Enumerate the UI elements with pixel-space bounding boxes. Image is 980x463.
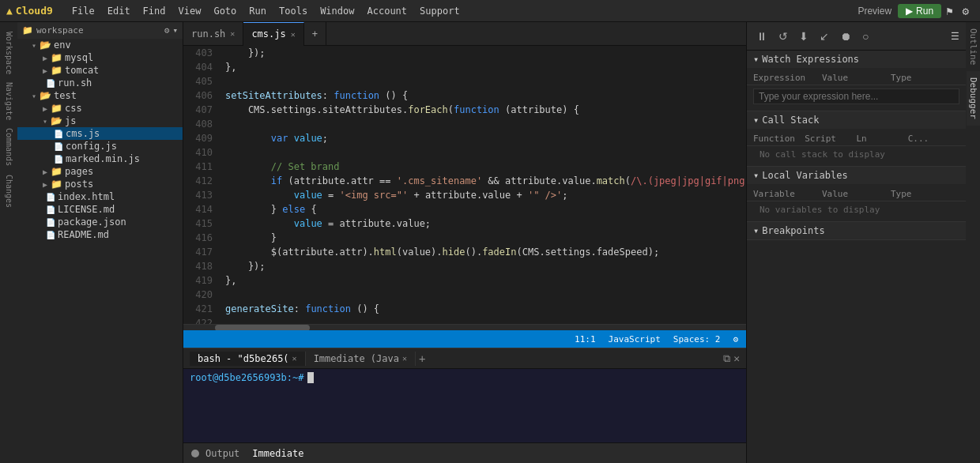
- bash-tab-label: bash - "d5be265(: [198, 353, 289, 364]
- menu-tools[interactable]: Tools: [273, 4, 314, 18]
- settings-icon[interactable]: ⚙: [958, 3, 974, 19]
- code-line-412: if (attribute.attr == '.cms_sitename' &&…: [225, 174, 740, 188]
- outline-side-label[interactable]: Outline: [967, 22, 980, 71]
- changes-label[interactable]: Changes: [3, 171, 15, 211]
- editor-settings-icon[interactable]: ⚙: [733, 334, 738, 344]
- panel-menu-icon[interactable]: ☰: [951, 31, 959, 42]
- watch-chevron-icon: ▾: [753, 54, 759, 65]
- watch-expression-input[interactable]: [753, 88, 959, 104]
- code-line-419: },: [225, 273, 740, 288]
- tree-item-readme[interactable]: 📄 README.md: [17, 228, 183, 241]
- code-line-411: // Set brand: [225, 160, 740, 174]
- new-tab-button[interactable]: +: [304, 22, 326, 46]
- terminal-tab-immediate[interactable]: Immediate (Java ✕: [306, 352, 416, 366]
- terminal-content[interactable]: root@d5be2656993b:~#: [183, 369, 746, 442]
- menu-view[interactable]: View: [172, 4, 208, 18]
- tab-runsh-close[interactable]: ✕: [230, 29, 235, 38]
- file-readme-icon: 📄: [46, 231, 55, 239]
- commands-label[interactable]: Commands: [3, 125, 15, 169]
- menu-file[interactable]: File: [66, 4, 101, 18]
- breakpoints-title: Breakpoints: [762, 225, 824, 236]
- tree-item-run-sh[interactable]: 📄 run.sh: [17, 77, 183, 89]
- local-variables-header[interactable]: ▾ Local Variables: [747, 167, 966, 184]
- tree-item-js[interactable]: ▾ 📂 js: [17, 115, 183, 127]
- status-bar: 11:1 JavaScript Spaces: 2 ⚙: [183, 330, 746, 348]
- folder-js-icon: 📂: [51, 115, 62, 126]
- preview-button[interactable]: Preview: [851, 4, 898, 18]
- tree-label-css: css: [65, 103, 82, 114]
- tree-settings-icon[interactable]: ⚙: [164, 25, 170, 36]
- menu-goto[interactable]: Goto: [207, 4, 243, 18]
- menu-account[interactable]: Account: [361, 4, 414, 18]
- tabs-bar: run.sh ✕ cms.js ✕ +: [183, 22, 746, 46]
- code-line-417: $(attribute.attr).html(value).hide().fad…: [225, 245, 740, 259]
- local-variables-content: Variable Value Type No variables to disp…: [747, 184, 966, 221]
- code-editor[interactable]: 403404405406407 408409410411412 41341441…: [183, 46, 746, 324]
- tab-cmsjs-close[interactable]: ✕: [291, 30, 296, 39]
- tree-item-css[interactable]: ▶ 📁 css: [17, 102, 183, 115]
- watch-expressions-header[interactable]: ▾ Watch Expressions: [747, 51, 966, 68]
- arrow-test: ▾: [32, 92, 40, 100]
- code-line-403: });: [225, 46, 740, 60]
- code-content[interactable]: }); }, setSiteAttributes: function () { …: [219, 46, 746, 324]
- tree-item-mysql[interactable]: ▶ 📁 mysql: [17, 51, 183, 64]
- tab-run-sh[interactable]: run.sh ✕: [183, 22, 243, 46]
- notification-icon[interactable]: ⚑: [941, 3, 957, 19]
- tree-item-license[interactable]: 📄 LICENSE.md: [17, 203, 183, 216]
- tree-label-package-json: package.json: [58, 216, 126, 228]
- resume-button[interactable]: ↺: [775, 28, 791, 44]
- terminal-close-icon[interactable]: ✕: [733, 352, 740, 365]
- tree-item-index-html[interactable]: 📄 index.html: [17, 190, 183, 203]
- tab-cms-js[interactable]: cms.js ✕: [243, 22, 303, 46]
- right-side-panel: Outline Debugger: [966, 22, 980, 463]
- tree-item-package-json[interactable]: 📄 package.json: [17, 216, 183, 228]
- folder-env-icon: 📂: [40, 40, 51, 51]
- code-line-407: CMS.settings.siteAttributes.forEach(func…: [225, 103, 740, 117]
- tree-chevron-icon[interactable]: ▾: [172, 25, 178, 36]
- tree-label-license: LICENSE.md: [58, 204, 115, 215]
- tree-item-config-js[interactable]: 📄 config.js: [17, 140, 183, 152]
- immediate-tab-close[interactable]: ✕: [402, 354, 407, 363]
- menu-run[interactable]: Run: [243, 4, 273, 18]
- tree-item-tomcat[interactable]: ▶ 📁 tomcat: [17, 64, 183, 77]
- tree-label-js: js: [65, 115, 76, 126]
- editor-area: run.sh ✕ cms.js ✕ + 403404405406407 4084…: [183, 22, 746, 463]
- tree-item-posts[interactable]: ▶ 📁 posts: [17, 178, 183, 190]
- tree-item-test[interactable]: ▾ 📂 test: [17, 89, 183, 102]
- step-into-button[interactable]: ↙: [816, 28, 832, 44]
- stop-button[interactable]: ⏺: [837, 28, 854, 44]
- pause-button[interactable]: ⏸: [753, 28, 771, 44]
- menu-edit[interactable]: Edit: [101, 4, 137, 18]
- step-over-button[interactable]: ⬇: [796, 28, 812, 44]
- code-line-421: generateSite: function () {: [225, 302, 740, 316]
- menu-support[interactable]: Support: [413, 4, 466, 18]
- tree-item-cms-js[interactable]: 📄 cms.js: [17, 127, 183, 140]
- folder-pages-icon: 📁: [51, 166, 62, 177]
- debugger-side-label[interactable]: Debugger: [967, 71, 980, 126]
- deactivate-button[interactable]: ○: [859, 28, 872, 44]
- editor-scrollbar-h[interactable]: [183, 324, 746, 330]
- workspace-label[interactable]: Workspace: [3, 28, 15, 77]
- navigate-label[interactable]: Navigate: [3, 79, 15, 123]
- bash-tab-close[interactable]: ✕: [292, 354, 297, 363]
- code-line-422: [225, 316, 740, 324]
- terminal-copy-icon[interactable]: ⧉: [723, 352, 730, 365]
- call-stack-header[interactable]: ▾ Call Stack: [747, 111, 966, 129]
- terminal-tab-bash[interactable]: bash - "d5be265( ✕: [190, 352, 306, 366]
- menu-window[interactable]: Window: [314, 4, 360, 18]
- file-tree: 📁 workspace ⚙ ▾ ▾ 📂 env ▶ 📁 mysql ▶ 📁 to…: [17, 22, 183, 463]
- tree-item-env[interactable]: ▾ 📂 env: [17, 39, 183, 51]
- code-line-404: },: [225, 60, 740, 74]
- tree-item-marked-js[interactable]: 📄 marked.min.js: [17, 152, 183, 165]
- output-tab[interactable]: Output: [205, 448, 239, 459]
- watch-expressions-content: Expression Value Type: [747, 68, 966, 111]
- watch-col-value: Value: [822, 73, 891, 83]
- tree-item-pages[interactable]: ▶ 📁 pages: [17, 165, 183, 178]
- arrow-posts: ▶: [43, 180, 51, 189]
- run-button[interactable]: ▶ Run: [898, 4, 941, 18]
- terminal-tabs: bash - "d5be265( ✕ Immediate (Java ✕ + ⧉…: [183, 348, 746, 369]
- immediate-tab-bottom[interactable]: Immediate: [252, 448, 303, 459]
- breakpoints-header[interactable]: ▾ Breakpoints: [747, 222, 966, 239]
- menu-find[interactable]: Find: [137, 4, 172, 18]
- new-terminal-button[interactable]: +: [416, 352, 428, 365]
